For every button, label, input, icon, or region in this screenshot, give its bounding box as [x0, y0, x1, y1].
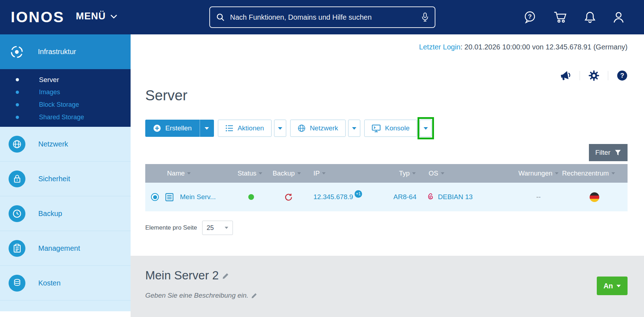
- filter-button[interactable]: Filter: [589, 144, 628, 161]
- actions-dropdown-button[interactable]: [274, 120, 286, 137]
- sidebar-item-infrastruktur[interactable]: Infrastruktur: [0, 34, 131, 69]
- create-dropdown-button[interactable]: [200, 120, 214, 137]
- list-icon: [225, 125, 233, 132]
- last-login-label: Letzter Login: [419, 43, 460, 51]
- menu-button[interactable]: MENÜ: [76, 11, 117, 22]
- ionos-logo: IONOS: [11, 9, 64, 26]
- description-placeholder: Geben Sie eine Beschreibung ein.: [145, 292, 248, 299]
- sidebar-item-backup[interactable]: Backup: [0, 196, 131, 231]
- actions-button[interactable]: Aktionen: [218, 120, 272, 137]
- submenu-item-label: Server: [39, 76, 59, 84]
- table-header-row: Name Status Backup IP Typ OS Warnungen R…: [145, 164, 628, 183]
- sidebar-item-label: Backup: [38, 210, 62, 218]
- german-flag-icon: [590, 192, 599, 202]
- warnings-value: --: [536, 193, 541, 201]
- sidebar-item-netzwerk[interactable]: Netzwerk: [0, 127, 131, 162]
- submenu-item-server[interactable]: Server: [0, 73, 131, 86]
- edit-description-pencil-icon[interactable]: [251, 293, 257, 299]
- main-content: Letzter Login: 20.01.2026 10:00:00 von 1…: [131, 34, 644, 256]
- ip-link[interactable]: 12.345.678.9: [313, 193, 353, 201]
- sort-caret-icon: [555, 172, 558, 174]
- server-icon: [165, 192, 174, 202]
- sort-caret-icon: [611, 172, 615, 174]
- sidebar: Infrastruktur Server Images Block Storag…: [0, 34, 131, 317]
- server-detail-panel: Mein Server 2 Geben Sie eine Beschreibun…: [131, 256, 644, 317]
- network-icon: [9, 136, 25, 153]
- search-icon: [216, 13, 225, 22]
- console-dropdown-button[interactable]: [420, 120, 432, 137]
- sidebar-item-kosten[interactable]: Kosten: [0, 266, 131, 301]
- ip-count-badge[interactable]: +1: [355, 190, 362, 198]
- lock-icon: [9, 170, 25, 187]
- server-table: Name Status Backup IP Typ OS Warnungen R…: [145, 164, 628, 211]
- caret-down-icon: [278, 127, 282, 130]
- cell-status: [235, 194, 270, 200]
- sidebar-submenu: Server Images Block Storage Shared Stora…: [0, 69, 131, 127]
- search-input[interactable]: [230, 13, 416, 21]
- user-account-icon[interactable]: [613, 11, 624, 23]
- column-header-name[interactable]: Name: [145, 169, 235, 177]
- column-label: Name: [167, 169, 185, 177]
- items-per-page-select[interactable]: 25: [202, 221, 233, 235]
- last-login-value: : 20.01.2026 10:00:00 von 12.345.678.91 …: [460, 43, 628, 51]
- submenu-item-label: Shared Storage: [39, 114, 84, 121]
- status-running-icon: [248, 194, 254, 200]
- power-state-button[interactable]: An: [597, 277, 628, 295]
- chat-help-icon[interactable]: ?: [523, 11, 536, 24]
- network-button[interactable]: Netzwerk: [290, 120, 346, 137]
- row-radio-selected[interactable]: [151, 193, 159, 201]
- column-label: Typ: [399, 169, 410, 177]
- cart-icon[interactable]: [553, 11, 567, 23]
- column-header-rechenzentrum[interactable]: Rechenzentrum: [561, 169, 628, 177]
- server-detail-title: Mein Server 2: [145, 269, 219, 282]
- debian-icon: [426, 193, 435, 202]
- column-label: IP: [313, 169, 319, 177]
- submenu-item-images[interactable]: Images: [0, 86, 131, 99]
- column-header-ip[interactable]: IP: [311, 169, 389, 177]
- toolbar: Erstellen Aktionen Netzwerk: [145, 120, 432, 137]
- column-header-warnungen[interactable]: Warnungen: [516, 169, 561, 177]
- cell-ip: 12.345.678.9 +1: [311, 193, 389, 201]
- network-dropdown-button[interactable]: [348, 120, 360, 137]
- submenu-item-block-storage[interactable]: Block Storage: [0, 99, 131, 111]
- column-label: OS: [429, 169, 438, 177]
- sort-caret-icon: [412, 172, 416, 174]
- sidebar-item-management[interactable]: Management: [0, 231, 131, 266]
- search-bar[interactable]: [209, 6, 435, 28]
- table-row[interactable]: Mein Serv... 12.345.678.9 +1 AR8-64 DEBI…: [145, 183, 628, 211]
- bell-icon[interactable]: [584, 11, 596, 23]
- detail-description-row: Geben Sie eine Beschreibung ein.: [145, 292, 257, 299]
- column-header-status[interactable]: Status: [235, 169, 270, 177]
- sidebar-item-sicherheit[interactable]: Sicherheit: [0, 162, 131, 196]
- submenu-item-shared-storage[interactable]: Shared Storage: [0, 111, 131, 124]
- column-header-os[interactable]: OS: [424, 169, 516, 177]
- pagination: Elemente pro Seite 25: [145, 221, 233, 235]
- globe-icon: [298, 124, 306, 132]
- network-button-label: Netzwerk: [310, 124, 338, 132]
- caret-down-icon: [424, 127, 428, 130]
- column-label: Status: [238, 169, 256, 177]
- microphone-icon[interactable]: [421, 12, 429, 23]
- column-header-backup[interactable]: Backup: [270, 169, 311, 177]
- console-button-group: Konsole: [364, 120, 432, 137]
- caret-down-icon: [205, 127, 209, 130]
- help-icon[interactable]: ?: [617, 70, 628, 81]
- edit-title-pencil-icon[interactable]: [222, 273, 229, 279]
- last-login-line: Letzter Login: 20.01.2026 10:00:00 von 1…: [419, 43, 628, 51]
- console-button[interactable]: Konsole: [364, 120, 417, 137]
- svg-text:?: ?: [528, 13, 532, 20]
- server-name-link[interactable]: Mein Serv...: [180, 193, 216, 201]
- power-state-label: An: [604, 282, 613, 290]
- actions-button-label: Aktionen: [238, 124, 264, 132]
- create-button-label: Erstellen: [165, 124, 192, 132]
- column-label: Rechenzentrum: [562, 169, 609, 177]
- page-icon-group: ?: [560, 70, 628, 81]
- megaphone-icon[interactable]: [560, 71, 571, 81]
- create-button[interactable]: Erstellen: [145, 120, 200, 137]
- gear-icon[interactable]: [589, 70, 599, 81]
- funnel-icon: [615, 149, 621, 156]
- column-header-typ[interactable]: Typ: [389, 169, 424, 177]
- infrastructure-icon: [9, 44, 25, 60]
- cell-name: Mein Serv...: [145, 192, 235, 202]
- caret-down-icon: [225, 227, 228, 229]
